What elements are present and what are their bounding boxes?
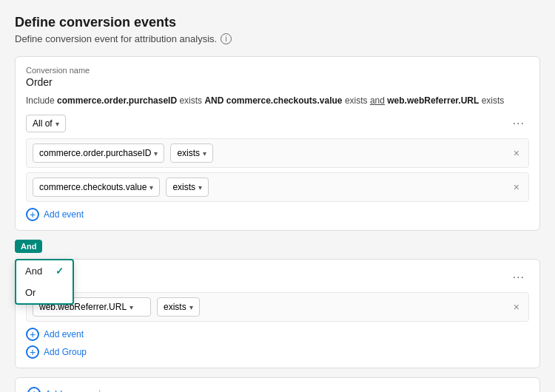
add-event-2-plus-icon: +: [26, 328, 39, 341]
all-of-dropdown[interactable]: All of ▾: [26, 115, 66, 132]
conversion-card-2: All of ▾ ··· web.webReferrer.URL ▾ exist…: [15, 259, 540, 368]
field-2-chevron: ▾: [149, 183, 153, 192]
info-icon[interactable]: i: [221, 33, 232, 44]
group-1-dots-button[interactable]: ···: [508, 115, 529, 132]
dropdown-item-and[interactable]: And ✓: [16, 260, 73, 282]
event-condition-2[interactable]: exists ▾: [166, 178, 209, 197]
event-condition-3[interactable]: exists ▾: [157, 297, 200, 317]
and-or-dropdown: And ✓ Or: [15, 259, 74, 305]
group-2-dots-button[interactable]: ···: [508, 269, 529, 285]
page-subtitle: Define conversion event for attribution …: [15, 33, 540, 44]
add-event-plus-icon: +: [26, 208, 39, 221]
condition-3-chevron: ▾: [189, 303, 193, 311]
include-text: Include commerce.order.purchaseID exists…: [26, 94, 529, 107]
remove-row-1-button[interactable]: ×: [511, 146, 522, 160]
chevron-icon: ▾: [56, 120, 59, 128]
condition-2-chevron: ▾: [198, 183, 202, 192]
condition-1-chevron: ▾: [203, 149, 206, 158]
remove-row-3-button[interactable]: ×: [511, 300, 522, 314]
add-conversion-button[interactable]: + Add conversion ...: [15, 377, 540, 392]
add-group-button[interactable]: + Add Group: [26, 345, 529, 359]
event-condition-1[interactable]: exists ▾: [170, 143, 213, 163]
add-conversion-plus-icon: +: [27, 387, 41, 392]
field-3-chevron: ▾: [130, 303, 133, 311]
event-field-2[interactable]: commerce.checkouts.value ▾: [33, 178, 160, 197]
dropdown-item-or[interactable]: Or: [16, 282, 73, 303]
event-field-1[interactable]: commerce.order.purchaseID ▾: [33, 143, 164, 163]
event-row-1: commerce.order.purchaseID ▾ exists ▾ ×: [26, 138, 529, 168]
conversion-card-1: Conversion name Order Include commerce.o…: [15, 56, 540, 231]
group-1-header: All of ▾ ···: [26, 115, 529, 132]
page-title: Define conversion events: [15, 15, 540, 30]
check-icon: ✓: [56, 266, 64, 277]
and-badge[interactable]: And: [15, 240, 42, 253]
remove-row-2-button[interactable]: ×: [511, 180, 522, 195]
group-2-header: All of ▾ ···: [26, 268, 529, 286]
conversion-name-value: Order: [26, 76, 529, 88]
field-1-chevron: ▾: [154, 149, 158, 158]
add-group-plus-icon: +: [26, 345, 39, 359]
add-event-button-1[interactable]: + Add event: [26, 208, 529, 221]
conversion-name-label: Conversion name: [26, 66, 529, 75]
event-row-3: web.webReferrer.URL ▾ exists ▾ ×: [26, 292, 529, 322]
add-event-button-2[interactable]: + Add event: [26, 328, 529, 341]
and-badge-wrapper: And And ✓ Or: [15, 240, 540, 253]
event-row-2: commerce.checkouts.value ▾ exists ▾ ×: [26, 172, 529, 202]
